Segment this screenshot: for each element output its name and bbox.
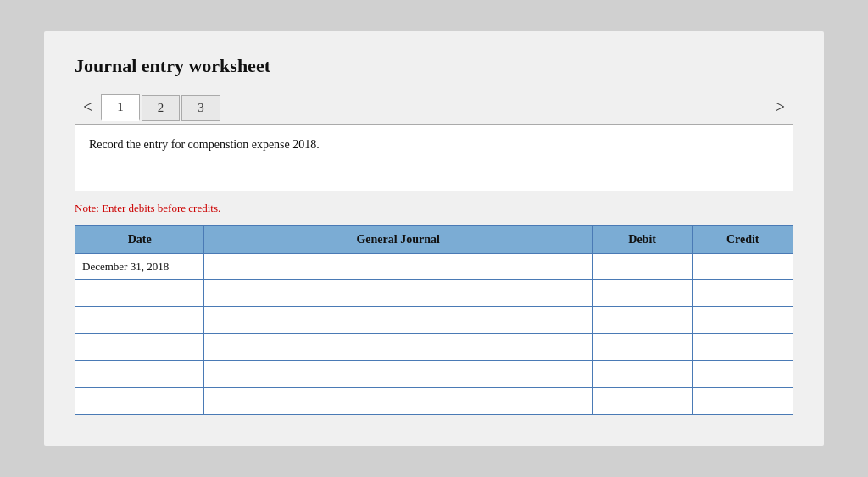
row-2-credit[interactable] [693,280,793,307]
row-3-debit-input[interactable] [593,307,693,333]
row-2-journal-input[interactable] [204,280,591,306]
row-2-journal[interactable] [204,280,592,307]
row-5-credit[interactable] [693,361,793,388]
row-4-credit-input[interactable] [693,334,793,360]
row-1-debit-input[interactable] [593,254,693,279]
row-1-journal[interactable] [204,254,592,280]
next-arrow[interactable]: > [767,92,793,122]
row-4-date-input[interactable] [82,337,197,357]
row-2-credit-input[interactable] [693,280,793,306]
row-2-date-input[interactable] [82,283,197,302]
row-1-journal-input[interactable] [204,254,591,279]
table-row [75,280,793,307]
row-5-credit-input[interactable] [693,361,793,387]
worksheet-container: Journal entry worksheet < 1 2 3 > Record… [44,31,824,446]
tab-3[interactable]: 3 [181,95,220,121]
row-5-debit[interactable] [592,361,693,388]
tab-2[interactable]: 2 [142,95,181,121]
row-2-date[interactable] [75,280,204,307]
table-row [75,388,793,415]
row-5-debit-input[interactable] [593,361,693,387]
row-6-journal[interactable] [204,388,592,415]
instruction-box: Record the entry for compenstion expense… [75,124,793,191]
row-3-debit[interactable] [592,307,693,334]
row-3-credit[interactable] [693,307,793,334]
header-credit: Credit [693,226,793,254]
header-date: Date [75,226,204,254]
row-6-credit-input[interactable] [693,388,793,414]
header-general-journal: General Journal [204,226,592,254]
row-5-date[interactable] [75,361,204,388]
row-1-date: December 31, 2018 [75,254,204,280]
tabs-nav-row: < 1 2 3 > [75,92,793,122]
row-5-journal-input[interactable] [204,361,591,387]
row-4-debit-input[interactable] [593,334,693,360]
row-1-credit-input[interactable] [693,254,793,279]
journal-table: Date General Journal Debit Credit Decemb… [75,225,793,415]
row-6-credit[interactable] [693,388,793,415]
row-5-date-input[interactable] [82,364,197,384]
tab-1[interactable]: 1 [101,94,140,121]
row-4-date[interactable] [75,334,204,361]
row-3-date-input[interactable] [82,310,197,330]
table-row [75,361,793,388]
row-2-debit-input[interactable] [593,280,693,306]
note-text: Note: Enter debits before credits. [75,202,793,215]
instruction-text: Record the entry for compenstion expense… [89,138,320,151]
row-6-debit[interactable] [592,388,693,415]
row-4-credit[interactable] [693,334,793,361]
row-1-debit[interactable] [592,254,693,280]
row-3-journal[interactable] [204,307,592,334]
row-6-journal-input[interactable] [204,388,591,414]
table-row [75,334,793,361]
row-6-date[interactable] [75,388,204,415]
row-4-journal[interactable] [204,334,592,361]
tabs-group: 1 2 3 [101,94,766,121]
row-3-journal-input[interactable] [204,307,591,333]
row-2-debit[interactable] [592,280,693,307]
row-3-credit-input[interactable] [693,307,793,333]
row-4-debit[interactable] [592,334,693,361]
page-title: Journal entry worksheet [75,55,793,77]
table-row [75,307,793,334]
header-debit: Debit [592,226,693,254]
prev-arrow[interactable]: < [75,92,101,122]
row-3-date[interactable] [75,307,204,334]
row-5-journal[interactable] [204,361,592,388]
table-row: December 31, 2018 [75,254,793,280]
row-6-date-input[interactable] [82,391,197,411]
row-6-debit-input[interactable] [593,388,693,414]
row-4-journal-input[interactable] [204,334,591,360]
row-1-credit[interactable] [693,254,793,280]
